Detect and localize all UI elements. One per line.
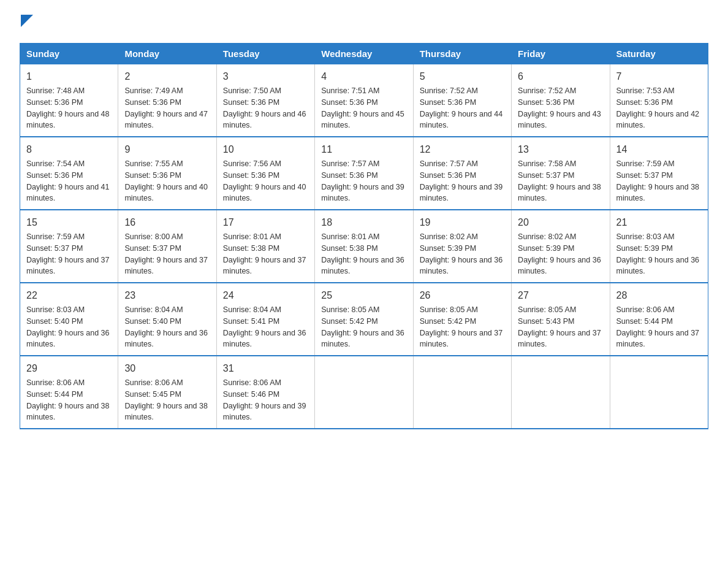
day-daylight: Daylight: 9 hours and 38 minutes. bbox=[124, 402, 208, 422]
day-sunset: Sunset: 5:42 PM bbox=[420, 317, 476, 326]
day-daylight: Daylight: 9 hours and 39 minutes. bbox=[321, 183, 404, 203]
day-number: 6 bbox=[518, 69, 603, 84]
day-number: 7 bbox=[616, 69, 702, 84]
day-daylight: Daylight: 9 hours and 43 minutes. bbox=[518, 110, 601, 130]
day-sunrise: Sunrise: 8:06 AM bbox=[616, 305, 675, 314]
day-sunrise: Sunrise: 7:58 AM bbox=[518, 159, 576, 168]
calendar-cell bbox=[610, 356, 708, 429]
day-sunset: Sunset: 5:43 PM bbox=[518, 317, 574, 326]
day-daylight: Daylight: 9 hours and 37 minutes. bbox=[26, 256, 110, 276]
calendar-cell: 15Sunrise: 7:59 AMSunset: 5:37 PMDayligh… bbox=[20, 210, 118, 283]
day-sunrise: Sunrise: 8:05 AM bbox=[420, 305, 478, 314]
day-sunrise: Sunrise: 8:05 AM bbox=[518, 305, 576, 314]
day-sunrise: Sunrise: 7:56 AM bbox=[223, 159, 281, 168]
day-daylight: Daylight: 9 hours and 36 minutes. bbox=[223, 329, 306, 349]
day-daylight: Daylight: 9 hours and 36 minutes. bbox=[518, 256, 601, 276]
day-daylight: Daylight: 9 hours and 44 minutes. bbox=[420, 110, 503, 130]
day-sunset: Sunset: 5:42 PM bbox=[321, 317, 377, 326]
day-sunset: Sunset: 5:44 PM bbox=[26, 390, 83, 399]
day-sunset: Sunset: 5:36 PM bbox=[26, 98, 83, 107]
calendar-cell: 13Sunrise: 7:58 AMSunset: 5:37 PMDayligh… bbox=[512, 137, 610, 210]
day-daylight: Daylight: 9 hours and 37 minutes. bbox=[223, 256, 306, 276]
day-sunrise: Sunrise: 8:00 AM bbox=[124, 232, 183, 241]
calendar-cell: 20Sunrise: 8:02 AMSunset: 5:39 PMDayligh… bbox=[512, 210, 610, 283]
day-sunrise: Sunrise: 8:02 AM bbox=[420, 232, 478, 241]
calendar-cell: 8Sunrise: 7:54 AMSunset: 5:36 PMDaylight… bbox=[20, 137, 118, 210]
day-sunrise: Sunrise: 8:03 AM bbox=[26, 305, 85, 314]
day-number: 27 bbox=[518, 288, 603, 303]
day-number: 16 bbox=[124, 215, 210, 230]
calendar-cell: 21Sunrise: 8:03 AMSunset: 5:39 PMDayligh… bbox=[610, 210, 708, 283]
day-sunset: Sunset: 5:37 PM bbox=[26, 244, 83, 253]
calendar-week-5: 29Sunrise: 8:06 AMSunset: 5:44 PMDayligh… bbox=[20, 356, 708, 429]
day-number: 2 bbox=[124, 69, 210, 84]
calendar-cell: 18Sunrise: 8:01 AMSunset: 5:38 PMDayligh… bbox=[315, 210, 413, 283]
day-sunrise: Sunrise: 7:51 AM bbox=[321, 86, 379, 95]
calendar-cell bbox=[413, 356, 511, 429]
day-daylight: Daylight: 9 hours and 42 minutes. bbox=[616, 110, 700, 130]
day-number: 1 bbox=[26, 69, 112, 84]
day-sunset: Sunset: 5:37 PM bbox=[124, 244, 181, 253]
day-sunset: Sunset: 5:41 PM bbox=[223, 317, 279, 326]
day-sunset: Sunset: 5:36 PM bbox=[321, 171, 377, 180]
day-daylight: Daylight: 9 hours and 39 minutes. bbox=[223, 402, 306, 422]
day-sunrise: Sunrise: 8:04 AM bbox=[223, 305, 281, 314]
day-sunset: Sunset: 5:36 PM bbox=[124, 98, 181, 107]
calendar-body: 1Sunrise: 7:48 AMSunset: 5:36 PMDaylight… bbox=[20, 64, 708, 429]
calendar-cell: 29Sunrise: 8:06 AMSunset: 5:44 PMDayligh… bbox=[20, 356, 118, 429]
day-number: 8 bbox=[26, 142, 112, 157]
day-sunset: Sunset: 5:38 PM bbox=[223, 244, 279, 253]
calendar-cell: 2Sunrise: 7:49 AMSunset: 5:36 PMDaylight… bbox=[118, 64, 216, 137]
day-number: 14 bbox=[616, 142, 702, 157]
day-number: 18 bbox=[321, 215, 406, 230]
weekday-header-tuesday: Tuesday bbox=[216, 44, 314, 64]
day-number: 12 bbox=[420, 142, 505, 157]
calendar-cell: 1Sunrise: 7:48 AMSunset: 5:36 PMDaylight… bbox=[20, 64, 118, 137]
calendar-cell: 16Sunrise: 8:00 AMSunset: 5:37 PMDayligh… bbox=[118, 210, 216, 283]
day-sunset: Sunset: 5:36 PM bbox=[420, 98, 476, 107]
day-sunset: Sunset: 5:39 PM bbox=[420, 244, 476, 253]
day-number: 13 bbox=[518, 142, 603, 157]
day-number: 29 bbox=[26, 361, 112, 376]
day-daylight: Daylight: 9 hours and 47 minutes. bbox=[124, 110, 208, 130]
day-sunrise: Sunrise: 8:02 AM bbox=[518, 232, 576, 241]
calendar-cell: 7Sunrise: 7:53 AMSunset: 5:36 PMDaylight… bbox=[610, 64, 708, 137]
day-daylight: Daylight: 9 hours and 37 minutes. bbox=[420, 329, 503, 349]
day-number: 26 bbox=[420, 288, 505, 303]
day-sunrise: Sunrise: 7:48 AM bbox=[26, 86, 85, 95]
day-daylight: Daylight: 9 hours and 36 minutes. bbox=[616, 256, 700, 276]
day-sunrise: Sunrise: 8:06 AM bbox=[26, 378, 85, 387]
day-daylight: Daylight: 9 hours and 46 minutes. bbox=[223, 110, 306, 130]
day-number: 5 bbox=[420, 69, 505, 84]
day-daylight: Daylight: 9 hours and 36 minutes. bbox=[124, 329, 208, 349]
day-number: 31 bbox=[223, 361, 308, 376]
day-number: 20 bbox=[518, 215, 603, 230]
day-sunrise: Sunrise: 8:04 AM bbox=[124, 305, 183, 314]
calendar-cell: 14Sunrise: 7:59 AMSunset: 5:37 PMDayligh… bbox=[610, 137, 708, 210]
calendar-cell: 19Sunrise: 8:02 AMSunset: 5:39 PMDayligh… bbox=[413, 210, 511, 283]
day-number: 10 bbox=[223, 142, 308, 157]
day-number: 23 bbox=[124, 288, 210, 303]
day-daylight: Daylight: 9 hours and 45 minutes. bbox=[321, 110, 404, 130]
calendar-cell: 17Sunrise: 8:01 AMSunset: 5:38 PMDayligh… bbox=[216, 210, 314, 283]
calendar-header: SundayMondayTuesdayWednesdayThursdayFrid… bbox=[20, 44, 708, 64]
calendar-cell: 28Sunrise: 8:06 AMSunset: 5:44 PMDayligh… bbox=[610, 283, 708, 356]
calendar-cell: 11Sunrise: 7:57 AMSunset: 5:36 PMDayligh… bbox=[315, 137, 413, 210]
calendar-cell: 23Sunrise: 8:04 AMSunset: 5:40 PMDayligh… bbox=[118, 283, 216, 356]
day-sunset: Sunset: 5:37 PM bbox=[616, 171, 673, 180]
day-daylight: Daylight: 9 hours and 40 minutes. bbox=[223, 183, 306, 203]
calendar-cell: 24Sunrise: 8:04 AMSunset: 5:41 PMDayligh… bbox=[216, 283, 314, 356]
day-sunrise: Sunrise: 7:50 AM bbox=[223, 86, 281, 95]
weekday-header-thursday: Thursday bbox=[413, 44, 511, 64]
day-daylight: Daylight: 9 hours and 40 minutes. bbox=[124, 183, 208, 203]
day-sunrise: Sunrise: 7:59 AM bbox=[616, 159, 675, 168]
day-daylight: Daylight: 9 hours and 48 minutes. bbox=[26, 110, 110, 130]
day-number: 21 bbox=[616, 215, 702, 230]
day-sunrise: Sunrise: 8:01 AM bbox=[223, 232, 281, 241]
calendar-week-4: 22Sunrise: 8:03 AMSunset: 5:40 PMDayligh… bbox=[20, 283, 708, 356]
day-sunset: Sunset: 5:38 PM bbox=[321, 244, 377, 253]
day-daylight: Daylight: 9 hours and 36 minutes. bbox=[321, 329, 404, 349]
day-number: 15 bbox=[26, 215, 112, 230]
day-sunset: Sunset: 5:36 PM bbox=[420, 171, 476, 180]
day-sunrise: Sunrise: 7:52 AM bbox=[420, 86, 478, 95]
